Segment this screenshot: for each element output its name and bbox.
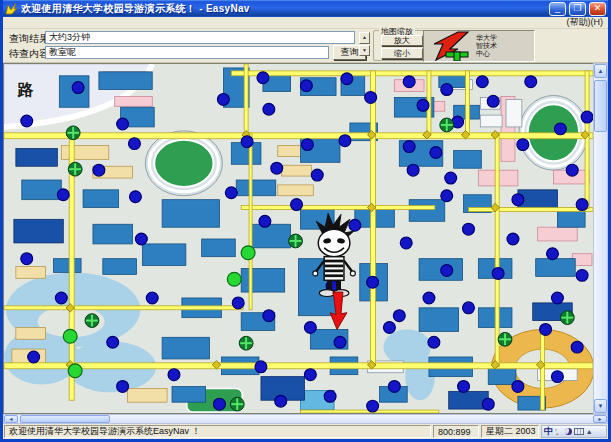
lab-logo-text: 华大学 智技术 中心 bbox=[476, 34, 497, 58]
query-toolbar: 查询结果: 待查内容: 查询 ▲ ▼ 地图缩放 放大 缩小 华大学 智技术 中心 bbox=[3, 29, 608, 63]
status-coordinates: 800:899 bbox=[433, 425, 479, 438]
lab-logo-panel: 华大学 智技术 中心 bbox=[423, 30, 535, 62]
menu-item-help[interactable]: (帮助)(H) bbox=[567, 16, 604, 29]
scroll-left-icon[interactable]: ◄ bbox=[4, 415, 18, 423]
map-viewport: 路 bbox=[3, 63, 593, 414]
scroll-right-icon[interactable]: ► bbox=[593, 415, 607, 423]
road-name-label: 路 bbox=[17, 81, 34, 98]
status-message: 欢迎使用清华大学校园导游演示系统EasyNav ！ bbox=[4, 425, 431, 438]
query-field[interactable] bbox=[45, 46, 329, 59]
ime-keyboard-icon[interactable] bbox=[574, 428, 584, 435]
close-button[interactable]: ✕ bbox=[589, 2, 606, 16]
spinner-down-icon[interactable]: ▼ bbox=[359, 45, 370, 57]
horizontal-scrollbar[interactable]: ◄ ► bbox=[3, 414, 608, 424]
lab-logo-icon bbox=[428, 31, 472, 61]
campus-map[interactable]: 路 bbox=[4, 64, 593, 413]
title-bar: 欢迎使用清华大学校园导游演示系统！ - EasyNav _ ❐ ✕ bbox=[3, 0, 608, 17]
ime-language-bar: 中 ’。 ▲ bbox=[541, 425, 607, 438]
zoom-spinner: ▲ ▼ bbox=[359, 32, 370, 56]
map-row: 路 ▲ ▼ bbox=[3, 63, 608, 414]
menu-bar: (帮助)(H) bbox=[3, 17, 608, 29]
zoom-out-button[interactable]: 缩小 bbox=[381, 48, 423, 59]
window-title: 欢迎使用清华大学校园导游演示系统！ - EasyNav bbox=[21, 2, 546, 16]
scroll-down-icon[interactable]: ▼ bbox=[594, 399, 607, 413]
app-icon bbox=[5, 2, 18, 15]
ime-chinese-icon[interactable]: 中 bbox=[544, 425, 553, 438]
ime-punctuation-icon[interactable]: ’。 bbox=[555, 426, 563, 437]
ime-expand-icon[interactable]: ▲ bbox=[586, 428, 593, 435]
app-window: 欢迎使用清华大学校园导游演示系统！ - EasyNav _ ❐ ✕ (帮助)(H… bbox=[0, 0, 611, 442]
vertical-scroll-thumb[interactable] bbox=[594, 80, 607, 132]
zoom-in-button[interactable]: 放大 bbox=[381, 35, 423, 46]
result-field[interactable] bbox=[45, 31, 355, 44]
status-date: 星期二 2003 bbox=[481, 425, 539, 438]
status-bar: 欢迎使用清华大学校园导游演示系统EasyNav ！ 800:899 星期二 20… bbox=[3, 424, 608, 439]
spinner-up-icon[interactable]: ▲ bbox=[359, 32, 370, 44]
restore-button[interactable]: ❐ bbox=[569, 2, 586, 16]
vertical-scrollbar[interactable]: ▲ ▼ bbox=[593, 63, 608, 414]
scroll-up-icon[interactable]: ▲ bbox=[594, 64, 607, 78]
horizontal-scroll-thumb[interactable] bbox=[20, 415, 110, 423]
ime-fullwidth-icon[interactable] bbox=[565, 428, 572, 435]
minimize-button[interactable]: _ bbox=[549, 2, 566, 16]
